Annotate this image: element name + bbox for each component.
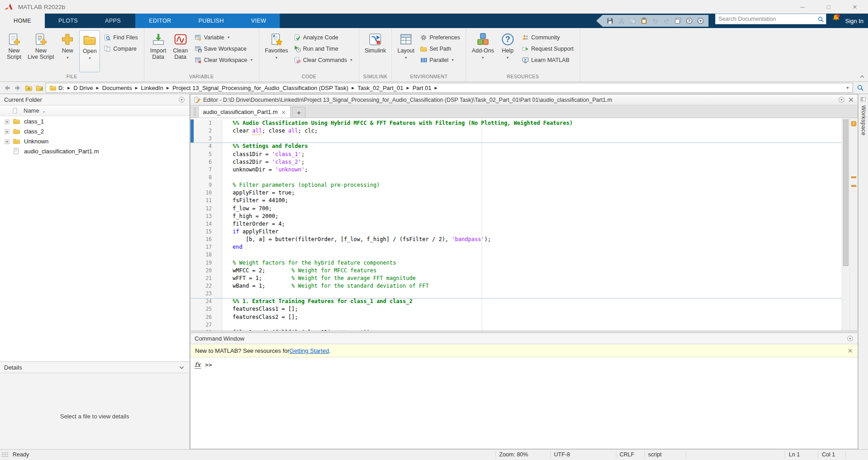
search-folder-icon[interactable] [855,83,866,93]
sign-in-link[interactable]: Sign In [845,18,863,24]
warning-marker[interactable] [851,176,856,178]
forward-icon[interactable] [13,83,22,92]
expand-icon[interactable] [5,119,10,124]
collapse-ribbon-icon[interactable] [859,73,865,80]
code-line[interactable]: 26featuresClass2 = []; [191,313,841,321]
name-column-header[interactable]: Name [24,107,39,114]
expand-icon[interactable] [5,129,10,134]
breadcrumb-segment[interactable]: D Drive [73,85,93,91]
ribbon-button-variable[interactable]: Variable▼ [192,32,256,43]
ribbon-button-favorites[interactable]: Favorites▼ [263,30,290,72]
ribbon-tab-plots[interactable]: PLOTS [45,14,91,28]
browse-folder-icon[interactable] [35,83,44,92]
code-line[interactable]: 19% Weight factors for the hybrid featur… [191,259,841,267]
ribbon-button-layout[interactable]: Layout▼ [396,30,416,72]
paste-icon[interactable] [640,17,648,24]
code-line[interactable]: 14filterOrder = 4; [191,220,841,228]
code-line[interactable]: 25featuresClass1 = []; [191,305,841,313]
file-row[interactable]: class_2 [0,126,189,136]
code-line[interactable]: 5class1Dir = 'class_1'; [191,151,841,158]
close-icon[interactable] [848,96,854,103]
breadcrumb-segment[interactable]: Documents [102,85,132,91]
breadcrumb-segment[interactable]: Task_02_Part_01 [358,85,403,91]
code-line[interactable]: 13f_high = 2000; [191,213,841,220]
ribbon-button-set-path[interactable]: Set Path [418,43,462,54]
ribbon-tab-home[interactable]: HOME [0,14,45,28]
search-documentation-box[interactable] [715,14,826,24]
code-line[interactable]: 12f_low = 700; [191,205,841,213]
ribbon-button-open[interactable]: Open▼ [79,30,100,72]
ribbon-button-new-script[interactable]: New Script [4,30,24,72]
code-line[interactable]: 28files1 = dir(fullfile(class1Dir, '*.wa… [191,329,841,331]
breadcrumb-segment[interactable]: D: [58,85,64,91]
code-line[interactable]: 17end [191,243,841,251]
code-line[interactable]: 24%% 1. Extract Training Features for cl… [191,298,841,305]
breadcrumb-segment[interactable]: Project 13_Signal_Processing_for_Audio_C… [172,85,348,91]
code-line[interactable]: 15if applyFilter [191,228,841,236]
code-line[interactable]: 6class2Dir = 'class_2'; [191,158,841,166]
code-line[interactable]: 7unknownDir = 'unknown'; [191,166,841,174]
close-icon[interactable]: ✕ [842,0,868,14]
details-header[interactable]: Details [0,362,189,373]
search-documentation-input[interactable] [719,16,817,22]
panel-actions-icon[interactable] [178,96,185,103]
help-circle-icon[interactable]: ? [686,17,693,24]
ribbon-button-find-files[interactable]: Find Files [101,32,140,43]
code-line[interactable]: 9% Filter parameters (optional pre-proce… [191,181,841,189]
ribbon-button-request-support[interactable]: Request Support [520,43,576,54]
ribbon-button-new[interactable]: New▼ [57,30,78,72]
ribbon-tab-apps[interactable]: APPS [91,14,134,28]
ribbon-button-clear-workspace[interactable]: Clear Workspace▼ [192,54,256,66]
ribbon-button-add-ons[interactable]: Add-Ons▼ [470,30,496,72]
window-icon[interactable] [674,17,682,24]
warning-marker[interactable] [851,185,856,187]
code-line[interactable]: 1%% Audio Classification Using Hybrid MF… [191,119,841,127]
ribbon-button-analyze-code[interactable]: Analyze Code [291,32,355,43]
editor-scrollbar[interactable] [842,118,849,331]
file-row[interactable]: audio_classification_Part1.m [0,146,189,156]
back-icon[interactable] [2,83,11,92]
editor-tab[interactable]: audio_classification_Part1.m [198,105,291,118]
breadcrumb-dropdown-icon[interactable]: ▼ [846,86,849,90]
ribbon-tab-editor[interactable]: EDITOR [135,14,185,28]
minimize-icon[interactable]: ─ [789,0,816,14]
search-icon[interactable] [817,16,824,23]
ribbon-tab-publish[interactable]: PUBLISH [185,14,237,28]
ribbon-button-simulink[interactable]: Simulink [363,30,388,72]
ribbon-button-import-data[interactable]: Import Data [148,30,169,72]
code-line[interactable]: 18 [191,251,841,259]
code-line[interactable]: 23 [191,290,841,298]
close-tab-icon[interactable] [281,109,286,114]
up-folder-icon[interactable] [24,83,33,92]
code-line[interactable]: 21wFFT = 1; % Weight for the average FFT… [191,275,841,282]
save-icon[interactable] [606,17,614,24]
warning-indicator-icon[interactable] [851,121,857,127]
ribbon-button-run-and-time[interactable]: Run and Time [291,43,355,54]
close-banner-icon[interactable] [847,348,853,354]
code-line[interactable]: 27 [191,321,841,329]
sort-ascending-icon[interactable] [42,109,46,113]
ribbon-tab-view[interactable]: VIEW [238,14,280,28]
breadcrumb-segment[interactable]: LinkedIn [141,85,163,91]
code-line[interactable]: 3 [191,135,841,142]
code-line[interactable]: 11fsFilter = 44100; [191,197,841,204]
file-list-column-header[interactable]: Name [0,105,189,116]
expand-icon[interactable] [5,139,10,144]
notification-bell-icon[interactable] [832,14,840,22]
command-window-input-area[interactable]: fx >> [191,357,858,449]
file-row[interactable]: class_1 [0,116,189,126]
workspace-collapsed-tab[interactable]: Workspace [858,94,868,449]
ribbon-button-help[interactable]: ?Help▼ [497,30,518,72]
maximize-icon[interactable]: □ [816,0,842,14]
command-prompt[interactable]: >> [205,361,212,368]
getting-started-link[interactable]: Getting Started [290,347,329,354]
scrollbar-thumb[interactable] [843,119,849,266]
ribbon-button-new-live-script[interactable]: New Live Script [26,30,56,72]
panel-actions-icon[interactable] [838,96,845,103]
breadcrumb[interactable]: D:▶D Drive▶Documents▶LinkedIn▶Project 13… [46,83,853,93]
ribbon-button-community[interactable]: Community [520,32,576,43]
code-area[interactable]: 1%% Audio Classification Using Hybrid MF… [191,118,858,331]
file-row[interactable]: Unknown [0,136,189,146]
ribbon-button-learn-matlab[interactable]: Learn MATLAB [520,54,576,66]
code-line[interactable]: 20wMFCC = 2; % Weight for MFCC features [191,267,841,275]
